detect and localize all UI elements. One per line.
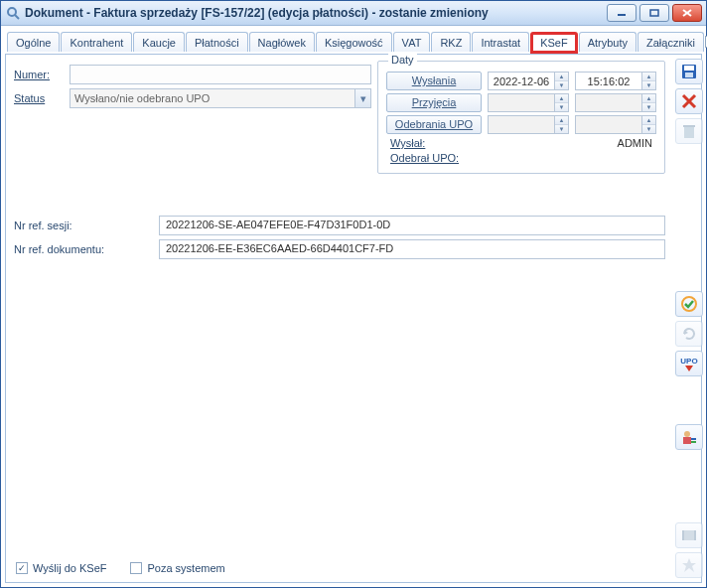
tab-vat[interactable]: VAT bbox=[393, 32, 431, 52]
checkbox-checked-icon: ✓ bbox=[16, 562, 28, 574]
svg-line-1 bbox=[15, 15, 19, 19]
checkbox-icon bbox=[130, 562, 142, 574]
poza-systemem-checkbox[interactable]: Poza systemem bbox=[130, 562, 224, 574]
svg-rect-21 bbox=[682, 530, 696, 540]
wyslania-time-field[interactable]: 15:16:02 ▲▼ bbox=[575, 72, 656, 90]
spinner-down-icon[interactable]: ▼ bbox=[555, 125, 568, 133]
tab-platnosci[interactable]: Płatności bbox=[186, 32, 248, 52]
numer-field[interactable] bbox=[70, 65, 371, 84]
side-toolbar: UPO bbox=[673, 55, 705, 582]
chevron-down-icon: ▾ bbox=[354, 89, 370, 107]
app-window: Dokument - Faktura sprzedaży [FS-157/22]… bbox=[0, 0, 707, 588]
save-button[interactable] bbox=[675, 59, 703, 84]
spinner-down-icon[interactable]: ▼ bbox=[555, 103, 568, 111]
tab-naglowek[interactable]: Nagłówek bbox=[249, 32, 315, 52]
close-button[interactable] bbox=[672, 4, 702, 22]
svg-point-17 bbox=[684, 431, 690, 437]
star-button[interactable] bbox=[675, 552, 703, 578]
recycle-button[interactable] bbox=[675, 118, 703, 144]
tab-kaucje[interactable]: Kaucje bbox=[133, 32, 185, 52]
odebrania-upo-button[interactable]: Odebrania UPO bbox=[386, 115, 482, 134]
numer-label: Numer: bbox=[14, 69, 64, 80]
przyjecia-button[interactable]: Przyjęcia bbox=[386, 93, 482, 112]
nr-ref-sesji-field[interactable]: 20221206-SE-AE047EFE0E-F47D31F0D1-0D bbox=[159, 216, 665, 235]
tab-zalaczniki[interactable]: Załączniki bbox=[637, 32, 704, 52]
tab-ogolne[interactable]: Ogólne bbox=[7, 32, 60, 52]
maximize-button[interactable] bbox=[639, 4, 669, 22]
main-panel: Numer: Status Wysłano/nie odebrano UPO ▾ bbox=[6, 55, 673, 582]
wyslania-date-field[interactable]: 2022-12-06 ▲▼ bbox=[488, 72, 569, 90]
spinner-up-icon[interactable]: ▲ bbox=[555, 73, 568, 81]
svg-rect-23 bbox=[694, 530, 696, 540]
tab-ksiegowosc[interactable]: Księgowość bbox=[316, 32, 392, 52]
nr-ref-dokumentu-field[interactable]: 20221206-EE-E36EC6AAED-66D4401CF7-FD bbox=[159, 239, 665, 259]
app-icon bbox=[5, 5, 21, 21]
spinner-up-icon[interactable]: ▲ bbox=[555, 94, 568, 103]
wyslal-value: ADMIN bbox=[488, 137, 656, 149]
tab-kontrahent[interactable]: Kontrahent bbox=[61, 32, 132, 52]
cancel-button[interactable] bbox=[675, 88, 703, 114]
svg-rect-12 bbox=[683, 125, 695, 127]
wyslania-button[interactable]: Wysłania bbox=[386, 72, 482, 90]
svg-rect-8 bbox=[685, 73, 693, 77]
tab-rkz[interactable]: RKZ bbox=[431, 32, 471, 52]
user-details-button[interactable] bbox=[675, 424, 703, 450]
svg-marker-24 bbox=[682, 558, 696, 572]
svg-rect-11 bbox=[684, 127, 694, 138]
spinner-up-icon[interactable]: ▲ bbox=[555, 116, 568, 125]
film-button[interactable] bbox=[675, 522, 703, 548]
status-combobox[interactable]: Wysłano/nie odebrano UPO ▾ bbox=[70, 88, 371, 108]
window-controls bbox=[607, 4, 706, 22]
nr-ref-sesji-label: Nr ref. sesji: bbox=[14, 220, 153, 231]
titlebar: Dokument - Faktura sprzedaży [FS-157/22]… bbox=[1, 1, 706, 26]
spinner-up-icon[interactable]: ▲ bbox=[642, 116, 655, 125]
minimize-button[interactable] bbox=[607, 4, 636, 22]
przyjecia-date-field[interactable]: ▲▼ bbox=[488, 93, 569, 112]
svg-rect-3 bbox=[650, 10, 658, 16]
spinner-down-icon[interactable]: ▼ bbox=[642, 125, 655, 133]
spinner-down-icon[interactable]: ▼ bbox=[555, 81, 568, 89]
svg-rect-18 bbox=[683, 437, 691, 444]
spinner-up-icon[interactable]: ▲ bbox=[642, 73, 655, 81]
spinner-down-icon[interactable]: ▼ bbox=[642, 103, 655, 111]
wyslal-label: Wysłał: bbox=[386, 137, 482, 149]
daty-group: Daty Wysłania 2022-12-06 ▲▼ 15:16:02 ▲▼ bbox=[377, 61, 665, 174]
wyslij-do-ksef-checkbox[interactable]: ✓ Wyślij do KSeF bbox=[16, 562, 106, 574]
window-title: Dokument - Faktura sprzedaży [FS-157/22]… bbox=[25, 6, 607, 20]
svg-marker-16 bbox=[685, 366, 693, 371]
daty-group-label: Daty bbox=[388, 54, 417, 66]
download-upo-button[interactable]: UPO bbox=[675, 351, 703, 376]
spinner-down-icon[interactable]: ▼ bbox=[642, 81, 655, 89]
verify-status-button[interactable] bbox=[675, 291, 703, 317]
svg-rect-22 bbox=[682, 530, 684, 540]
spinner-up-icon[interactable]: ▲ bbox=[642, 94, 655, 103]
tab-atrybuty[interactable]: Atrybuty bbox=[579, 32, 636, 52]
svg-text:UPO: UPO bbox=[680, 357, 697, 366]
przyjecia-time-field[interactable]: ▲▼ bbox=[575, 93, 656, 112]
tabbar: Ogólne Kontrahent Kaucje Płatności Nagłó… bbox=[5, 30, 702, 55]
status-label: Status bbox=[14, 92, 64, 104]
svg-rect-19 bbox=[691, 438, 696, 440]
svg-rect-7 bbox=[684, 66, 694, 71]
nr-ref-dokumentu-label: Nr ref. dokumentu: bbox=[14, 243, 153, 255]
odebrania-date-field[interactable]: ▲▼ bbox=[488, 115, 569, 134]
refresh-button[interactable] bbox=[675, 321, 703, 347]
odebrania-time-field[interactable]: ▲▼ bbox=[575, 115, 656, 134]
tab-intrastat[interactable]: Intrastat bbox=[472, 32, 529, 52]
odebral-upo-label: Odebrał UPO: bbox=[386, 152, 482, 164]
svg-rect-20 bbox=[691, 441, 696, 443]
tab-ksef[interactable]: KSeF bbox=[530, 32, 578, 54]
svg-point-0 bbox=[8, 8, 16, 16]
